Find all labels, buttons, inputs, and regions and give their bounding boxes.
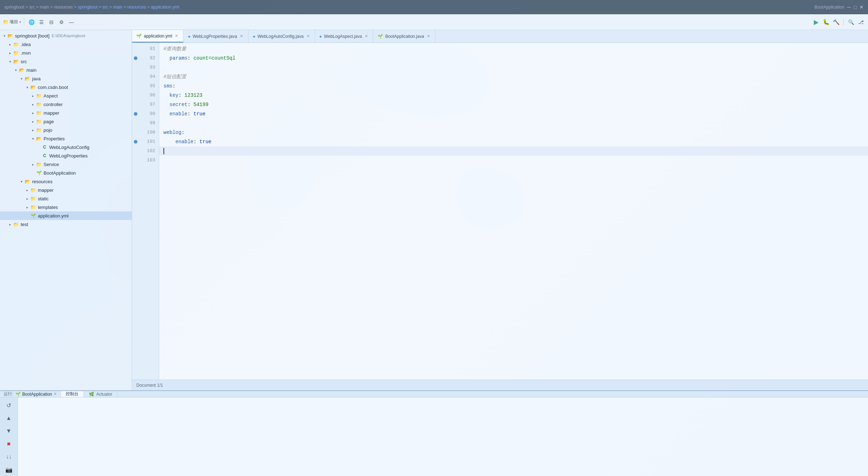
code-line-93 [159,63,868,72]
toolbar-search-icon[interactable]: 🔍 [847,18,855,26]
tree-mapper[interactable]: mapper [0,109,132,117]
tree-controller[interactable]: controller [0,100,132,109]
code-val-params: count=countSql [193,54,236,63]
bottom-tab-console[interactable]: 控制台 [61,391,84,397]
run-restart-btn[interactable]: ↺ [3,400,15,411]
toolbar-globe-icon[interactable]: 🌐 [27,18,36,26]
tree-root[interactable]: springboot [boot] E:\IDEA\springboot [0,31,132,40]
line-numbers: 91 92 93 94 95 96 97 98 99 100 101 102 1… [139,43,159,380]
code-line-98: enable: true [159,109,868,119]
tree-resources[interactable]: resources [0,177,132,186]
bottom-tab-actuator-label: Actuator [96,392,112,397]
run-camera-btn[interactable]: 📷 [3,464,15,475]
tab-application-yml[interactable]: 🌱 application.yml ✕ [132,30,183,42]
line-num-102: 102 [139,146,159,156]
tree-bootapplication[interactable]: 🌱 BootApplication [0,169,132,177]
tree-weblog-autoconfig[interactable]: C WebLogAutoConfig [0,143,132,151]
tree-root-folder-icon [7,32,14,39]
toolbar: 📁 项目 ▾ 🌐 ☰ ⊟ ⚙ — ▶ 🐛 🔨 🔍 ⎇ [0,14,868,30]
title-close[interactable]: ✕ [859,4,864,10]
tree-weblog-properties[interactable]: C WebLogProperties [0,151,132,160]
project-label: 项目 [10,19,18,25]
tree-templates-icon [30,204,36,210]
toolbar-debug-icon[interactable]: 🐛 [822,18,831,26]
tree-com-csdn-boot[interactable]: com.csdn.boot [0,83,132,91]
tree-root-path: E:\IDEA\springboot [52,34,85,38]
tree-templates-label: templates [38,205,58,210]
tree-java[interactable]: java [0,74,132,83]
tree-idea-icon [13,41,19,47]
tree-aspect-arrow [30,93,36,99]
tree-main[interactable]: main [0,66,132,74]
tab-weblog-aspect-close[interactable]: ✕ [364,34,369,39]
tree-templates[interactable]: templates [0,203,132,211]
bottom-tab-actuator[interactable]: 🌿 Actuator [84,391,118,397]
tree-idea[interactable]: .idea [0,40,132,49]
code-key-enable-weblog: enable [176,137,193,146]
run-scroll-up-btn[interactable]: ▲ [3,412,15,424]
tab-boot-application[interactable]: 🌱 BootApplication.java ✕ [373,30,435,42]
code-val-enable-weblog: true [200,137,212,146]
bookmark-98 [134,112,137,116]
tree-pojo-icon [36,127,42,133]
tree-src[interactable]: src [0,57,132,66]
project-selector[interactable]: 📁 项目 ▾ [3,19,21,25]
tree-mapper-res[interactable]: mapper [0,186,132,194]
code-content[interactable]: #查询数量 params: count=countSql #短信配置 sms: … [159,43,868,380]
run-toolbar: ↺ ▲ ▼ ■ ↓↓ 📷 ⬛ ↩ 🗑 [0,397,18,476]
tree-service[interactable]: Service [0,160,132,169]
run-app-close[interactable]: ✕ [54,392,57,396]
code-key-params: params [170,54,187,63]
tab-weblog-autoconfig-close[interactable]: ✕ [306,34,311,39]
tree-properties[interactable]: Properties [0,134,132,143]
title-minimize[interactable]: ─ [847,4,851,10]
tab-boot-application-close[interactable]: ✕ [426,34,431,39]
tree-main-arrow [13,67,19,73]
tree-mvn-arrow [7,50,13,56]
tab-weblog-properties-close[interactable]: ✕ [239,34,244,39]
line-num-97: 97 [139,100,159,109]
tree-mapper-res-arrow [24,187,30,193]
line-num-92: 92 [139,54,159,63]
gutter-95 [132,81,139,91]
run-stop-btn[interactable]: ■ [3,438,15,450]
tab-weblog-autoconfig[interactable]: ● WebLogAutoConfig.java ✕ [248,30,315,42]
tree-test[interactable]: test [0,220,132,229]
run-scroll-down-btn[interactable]: ▼ [3,425,15,437]
code-key-enable-sms: enable [170,109,187,119]
tree-appyml[interactable]: 🌱 application.yml [0,211,132,220]
toolbar-settings-icon[interactable]: ⚙ [57,18,66,26]
run-app-tab[interactable]: 🌱 BootApplication ✕ [15,392,56,397]
tree-properties-label: Properties [44,136,65,141]
gutter-103 [132,156,139,165]
code-line-102 [159,146,868,156]
toolbar-split-icon[interactable]: ⊟ [47,18,56,26]
tree-pojo-label: pojo [44,127,52,133]
tree-controller-arrow [30,101,36,107]
line-num-103: 103 [139,156,159,165]
tab-bar: 🌱 application.yml ✕ ● WebLogProperties.j… [132,30,868,43]
toolbar-run-icon[interactable]: ▶ [812,18,821,26]
tab-application-yml-close[interactable]: ✕ [174,33,179,39]
tab-weblog-aspect[interactable]: ● WebLogAspect.java ✕ [315,30,374,42]
tree-weblog-properties-icon: C [41,152,48,159]
title-maximize[interactable]: □ [854,4,857,10]
tree-weblog-autoconfig-icon: C [41,144,48,150]
tree-page[interactable]: page [0,117,132,126]
toolbar-minimize-icon[interactable]: — [67,18,76,26]
tab-weblog-properties[interactable]: ● WebLogProperties.java ✕ [183,30,248,42]
gutter-93 [132,63,139,72]
run-resume-btn[interactable]: ↓↓ [3,451,15,462]
run-section: 运行: 🌱 BootApplication ✕ [0,391,61,397]
line-num-94: 94 [139,72,159,81]
tree-aspect[interactable]: Aspect [0,91,132,100]
editor-area: 🌱 application.yml ✕ ● WebLogProperties.j… [132,30,868,390]
bookmark-92 [134,56,137,60]
tree-pojo[interactable]: pojo [0,126,132,134]
toolbar-build-icon[interactable]: 🔨 [832,18,841,26]
tree-static[interactable]: static [0,194,132,203]
toolbar-git-icon[interactable]: ⎇ [857,18,865,26]
toolbar-align-icon[interactable]: ☰ [37,18,46,26]
bottom-panel-spacer [117,391,868,397]
tree-mvn[interactable]: .mvn [0,49,132,57]
